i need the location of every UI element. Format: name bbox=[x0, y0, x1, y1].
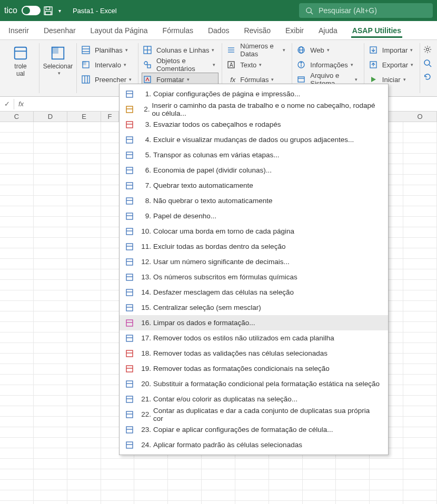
cell[interactable] bbox=[403, 501, 437, 504]
cell[interactable] bbox=[34, 459, 67, 469]
cell[interactable] bbox=[168, 501, 202, 504]
cell[interactable] bbox=[403, 311, 437, 321]
cell[interactable] bbox=[370, 469, 403, 479]
cell[interactable] bbox=[67, 375, 101, 385]
cell[interactable] bbox=[67, 364, 101, 374]
cell[interactable] bbox=[403, 385, 437, 395]
cell[interactable] bbox=[67, 385, 101, 395]
cell[interactable] bbox=[235, 501, 269, 504]
importar-button[interactable]: Importar▾ bbox=[368, 43, 416, 57]
cell[interactable] bbox=[303, 480, 336, 490]
tab-ajuda[interactable]: Ajuda bbox=[317, 23, 339, 38]
cell[interactable] bbox=[269, 490, 303, 500]
cell[interactable] bbox=[34, 206, 67, 216]
menu-item-11[interactable]: 11.Excluir todas as bordas dentro da sel… bbox=[120, 239, 388, 254]
cell[interactable] bbox=[403, 480, 437, 490]
cell[interactable] bbox=[67, 469, 101, 479]
cell[interactable] bbox=[202, 490, 235, 500]
menu-item-4[interactable]: 4.Excluir e visualizar mudanças de dados… bbox=[120, 132, 388, 147]
cell[interactable] bbox=[0, 364, 34, 374]
cell[interactable] bbox=[67, 290, 101, 300]
cell[interactable] bbox=[403, 185, 437, 195]
cell[interactable] bbox=[202, 459, 235, 469]
cell[interactable] bbox=[403, 396, 437, 406]
cell[interactable] bbox=[403, 248, 437, 258]
cell[interactable] bbox=[67, 175, 101, 185]
cell[interactable] bbox=[0, 206, 34, 216]
refresh-icon[interactable] bbox=[423, 73, 432, 81]
search-input[interactable]: Pesquisar (Alt+G) bbox=[299, 3, 433, 18]
cell[interactable] bbox=[134, 480, 168, 490]
menu-item-21[interactable]: 21.Contar e/ou colorir as duplicatas na … bbox=[120, 391, 388, 407]
save-icon[interactable] bbox=[44, 6, 53, 15]
cell[interactable] bbox=[403, 438, 437, 448]
cell[interactable] bbox=[67, 122, 101, 132]
cell[interactable] bbox=[67, 396, 101, 406]
cell[interactable] bbox=[34, 311, 67, 321]
cell[interactable] bbox=[34, 438, 67, 448]
menu-item-20[interactable]: 20.Substituir a formatação condicional p… bbox=[120, 376, 388, 391]
cell[interactable] bbox=[403, 269, 437, 279]
tab-inserir[interactable]: Inserir bbox=[7, 23, 30, 38]
cell[interactable] bbox=[67, 311, 101, 321]
find-icon[interactable] bbox=[423, 59, 432, 67]
cell[interactable] bbox=[67, 438, 101, 448]
cell[interactable] bbox=[0, 227, 34, 237]
cell[interactable] bbox=[134, 459, 168, 469]
menu-item-12[interactable]: 12.Usar um número significante de decima… bbox=[120, 254, 388, 269]
cell[interactable] bbox=[67, 332, 101, 342]
objetos-comentarios-button[interactable]: Objetos e Comentários▾ bbox=[142, 58, 219, 72]
cell[interactable] bbox=[403, 164, 437, 174]
cell[interactable] bbox=[269, 501, 303, 504]
cell[interactable] bbox=[67, 164, 101, 174]
cell[interactable] bbox=[403, 259, 437, 269]
cell[interactable] bbox=[403, 427, 437, 437]
cell[interactable] bbox=[403, 238, 437, 248]
cell[interactable] bbox=[202, 480, 235, 490]
cell[interactable] bbox=[67, 269, 101, 279]
colunas-linhas-button[interactable]: Colunas e Linhas▾ bbox=[142, 43, 219, 57]
cell[interactable] bbox=[403, 375, 437, 385]
cell[interactable] bbox=[67, 501, 101, 504]
cell[interactable] bbox=[0, 164, 34, 174]
cell[interactable] bbox=[34, 122, 67, 132]
cell[interactable] bbox=[0, 438, 34, 448]
tab-desenhar[interactable]: Desenhar bbox=[43, 23, 77, 38]
menu-item-19[interactable]: 19.Remover todas as formatações condicio… bbox=[120, 361, 388, 376]
cell[interactable] bbox=[0, 122, 34, 132]
cell[interactable] bbox=[34, 427, 67, 437]
cell[interactable] bbox=[67, 154, 101, 164]
tab-revisao[interactable]: Revisão bbox=[243, 23, 272, 38]
cell[interactable] bbox=[403, 133, 437, 143]
planilhas-button[interactable]: Planilhas▾ bbox=[80, 43, 135, 57]
cell[interactable] bbox=[34, 248, 67, 258]
cell[interactable] bbox=[235, 459, 269, 469]
cell[interactable] bbox=[0, 490, 34, 500]
cell[interactable] bbox=[0, 322, 34, 332]
menu-item-13[interactable]: 13.Os números subscritos em fórmulas quí… bbox=[120, 269, 388, 285]
check-icon[interactable]: ✓ bbox=[1, 100, 13, 108]
cell[interactable] bbox=[403, 448, 437, 458]
cell[interactable] bbox=[67, 490, 101, 500]
numeros-datas-button[interactable]: Números e Datas▾ bbox=[225, 43, 289, 57]
cell[interactable] bbox=[0, 290, 34, 300]
menu-item-10[interactable]: 10.Colocar uma borda em torno de cada pá… bbox=[120, 224, 388, 239]
cell[interactable] bbox=[67, 427, 101, 437]
cell[interactable] bbox=[67, 343, 101, 353]
cell[interactable] bbox=[67, 227, 101, 237]
cell[interactable] bbox=[0, 332, 34, 342]
cell[interactable] bbox=[101, 501, 135, 504]
cell[interactable] bbox=[269, 459, 303, 469]
cell[interactable] bbox=[403, 469, 437, 479]
cell[interactable] bbox=[134, 490, 168, 500]
cell[interactable] bbox=[67, 459, 101, 469]
column-header[interactable]: O bbox=[403, 112, 437, 122]
cell[interactable] bbox=[101, 469, 135, 479]
cell[interactable] bbox=[67, 322, 101, 332]
tab-layout[interactable]: Layout da Página bbox=[90, 23, 149, 38]
cell[interactable] bbox=[34, 290, 67, 300]
trole-button[interactable]: trole ual bbox=[5, 43, 36, 80]
cell[interactable] bbox=[34, 396, 67, 406]
cell[interactable] bbox=[202, 501, 235, 504]
cell[interactable] bbox=[34, 154, 67, 164]
